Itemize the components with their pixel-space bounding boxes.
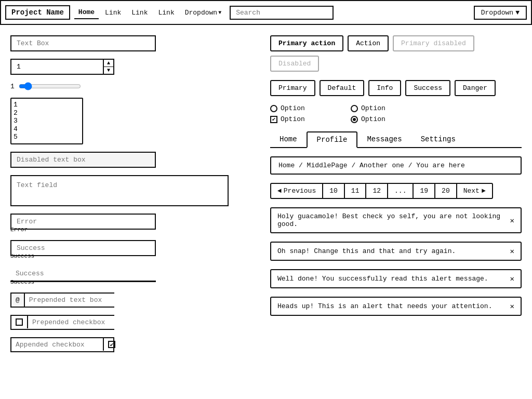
number-input[interactable]: 1 <box>11 60 103 74</box>
nav-item-link2[interactable]: Link <box>127 7 152 19</box>
nav-item-link3[interactable]: Link <box>154 7 178 19</box>
page-ellipsis: ... <box>388 184 414 198</box>
prepend-symbol: @ <box>11 294 25 307</box>
option-radio-2[interactable]: Option <box>351 104 416 112</box>
success-btn[interactable]: Success <box>405 80 450 96</box>
prepend-checkbox-icon[interactable] <box>11 316 28 328</box>
alert-1-close[interactable]: ✕ <box>510 216 514 225</box>
action-button[interactable]: Action <box>348 35 389 51</box>
next-label: Next <box>463 187 480 195</box>
pagination-next[interactable]: Next ► <box>457 184 492 198</box>
textbox-input[interactable] <box>10 35 156 51</box>
options-grid: Option Option ✔ Option Option <box>270 104 416 123</box>
right-column: Primary action Action Primary disabled D… <box>270 35 522 352</box>
page-10[interactable]: 10 <box>323 184 345 198</box>
prepend-text-input[interactable] <box>25 294 116 307</box>
tab-home[interactable]: Home <box>270 132 307 147</box>
button-row-2: Primary Default Info Success Danger <box>270 80 522 96</box>
navbar-right-dropdown[interactable]: Dropdown ▼ <box>474 6 527 20</box>
option-radio-filled[interactable]: Option <box>351 115 416 123</box>
navbar-brand: Project Name <box>5 5 70 20</box>
option-label-4: Option <box>361 115 385 123</box>
search-input[interactable] <box>230 6 334 20</box>
disabled-textbox <box>10 152 156 168</box>
chevron-down-icon-right: ▼ <box>515 9 520 17</box>
main-content: 1 ▲ ▼ 1 1 2 3 4 5 Error Success <box>0 25 532 363</box>
list-item[interactable]: 3 <box>14 117 80 125</box>
page-12[interactable]: 12 <box>366 184 388 198</box>
primary-disabled-button: Primary disabled <box>393 35 474 51</box>
alert-2-close[interactable]: ✕ <box>510 247 514 256</box>
disabled-button: Disabled <box>270 56 319 72</box>
spinner-buttons: ▲ ▼ <box>103 60 113 74</box>
tab-settings[interactable]: Settings <box>411 132 465 147</box>
append-checkbox-group: ✔ <box>10 337 114 352</box>
alert-1: Holy guacamole! Best check yo self, you … <box>270 207 522 233</box>
alert-2: Oh snap! Change this and that and try ag… <box>270 242 522 261</box>
select-list[interactable]: 1 2 3 4 5 <box>10 98 83 144</box>
checkbox-icon-1: ✔ <box>270 116 277 123</box>
navbar-right-dropdown-label: Dropdown <box>481 9 513 17</box>
option-radio-1[interactable]: Option <box>270 104 335 112</box>
range-wrap: 1 <box>10 82 249 90</box>
number-input-wrap: 1 ▲ ▼ <box>10 59 114 75</box>
radio-icon-filled <box>351 116 358 123</box>
chevron-down-icon: ▼ <box>218 10 221 16</box>
error-label: Error <box>10 227 249 233</box>
append-checkbox-input[interactable] <box>11 338 103 351</box>
textarea-field[interactable] <box>10 175 229 206</box>
append-checkbox-icon[interactable]: ✔ <box>103 338 119 351</box>
option-label-3: Option <box>281 115 305 123</box>
spinner-down-button[interactable]: ▼ <box>104 67 113 74</box>
page-20[interactable]: 20 <box>435 184 457 198</box>
radio-icon-2 <box>351 105 358 112</box>
nav-dropdown-label: Dropdown <box>185 9 217 17</box>
pagination-prev[interactable]: ◄ Previous <box>271 184 323 198</box>
alert-1-text: Holy guacamole! Best check yo self, you … <box>277 212 504 228</box>
list-item[interactable]: 2 <box>14 109 80 117</box>
nav-item-link1[interactable]: Link <box>101 7 125 19</box>
page-19[interactable]: 19 <box>414 184 435 198</box>
info-btn[interactable]: Info <box>368 80 401 96</box>
tab-row: Home Profile Messages Settings <box>270 131 522 148</box>
radio-icon-1 <box>270 105 277 112</box>
range-value: 1 <box>10 83 15 90</box>
default-btn[interactable]: Default <box>320 80 365 96</box>
danger-btn[interactable]: Danger <box>455 80 496 96</box>
alert-4-text: Heads up! This is an alert that needs yo… <box>277 302 492 310</box>
option-label-1: Option <box>281 104 305 112</box>
prepend-input-group: @ <box>10 292 114 308</box>
range-input[interactable] <box>19 82 81 90</box>
button-row-1: Primary action Action Primary disabled D… <box>270 35 522 72</box>
primary-btn[interactable]: Primary <box>270 80 315 96</box>
spinner-up-button[interactable]: ▲ <box>104 60 113 67</box>
option-label-2: Option <box>361 104 385 112</box>
success2-label: Success <box>10 279 249 285</box>
list-item[interactable]: 4 <box>14 125 80 134</box>
arrow-left-icon: ◄ <box>277 187 282 195</box>
prepend-checkbox-group <box>10 315 114 330</box>
nav-dropdown[interactable]: Dropdown ▼ <box>181 7 225 19</box>
nav-item-home[interactable]: Home <box>74 6 99 19</box>
arrow-right-icon: ► <box>482 187 486 195</box>
page-11[interactable]: 11 <box>345 184 367 198</box>
left-column: 1 ▲ ▼ 1 1 2 3 4 5 Error Success <box>10 35 249 352</box>
alert-3-text: Well done! You successfully read this al… <box>277 275 488 283</box>
alert-2-text: Oh snap! Change this and that and try ag… <box>277 247 456 255</box>
alert-3: Well done! You successfully read this al… <box>270 269 522 288</box>
alert-4: Heads up! This is an alert that needs yo… <box>270 297 522 316</box>
tab-messages[interactable]: Messages <box>357 132 411 147</box>
alert-4-close[interactable]: ✕ <box>510 302 514 311</box>
checkbox-square-append: ✔ <box>108 341 115 348</box>
prepend-checkbox-input[interactable] <box>28 316 119 329</box>
tab-profile[interactable]: Profile <box>307 131 358 148</box>
primary-action-button[interactable]: Primary action <box>270 35 343 51</box>
breadcrumb: Home / MiddlePage / Another one / You ar… <box>270 156 522 175</box>
pagination: ◄ Previous 10 11 12 ... 19 20 Next ► <box>270 183 493 199</box>
alert-3-close[interactable]: ✕ <box>510 274 514 283</box>
navbar: Project Name Home Link Link Link Dropdow… <box>0 0 532 25</box>
option-checkbox-1[interactable]: ✔ Option <box>270 115 335 123</box>
prev-label: Previous <box>284 187 316 195</box>
list-item[interactable]: 1 <box>14 101 80 109</box>
list-item[interactable]: 5 <box>14 133 80 141</box>
